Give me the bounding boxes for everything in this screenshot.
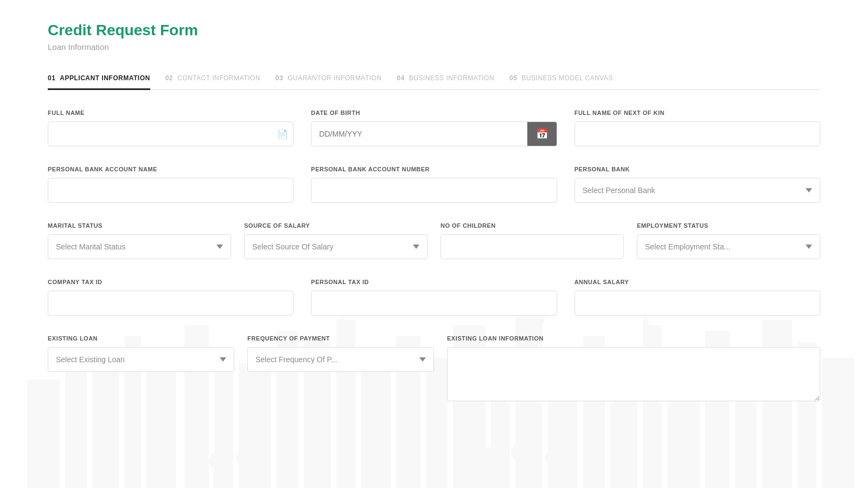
source-of-salary-group: SOURCE OF SALARY Select Source Of Salary…	[244, 222, 427, 259]
no-of-children-group: NO OF CHILDREN	[441, 222, 624, 259]
tab-applicant-information[interactable]: 01 APPLICANT INFORMATION	[48, 67, 165, 89]
marital-status-group: MARITAL STATUS Select Marital Status Sin…	[48, 222, 231, 259]
date-of-birth-group: DATE OF BIRTH 📅	[311, 110, 557, 146]
svg-point-39	[545, 450, 561, 466]
no-of-children-input[interactable]	[441, 234, 624, 259]
frequency-of-payment-select-wrapper: Select Frequency Of P... Monthly Weekly …	[247, 347, 434, 372]
no-of-children-label: NO OF CHILDREN	[441, 222, 624, 229]
marital-status-label: MARITAL STATUS	[48, 222, 231, 229]
frequency-of-payment-label: FREQUENCY OF PAYMENT	[247, 335, 434, 342]
tab-contact-information[interactable]: 02 CONTACT INFORMATION	[165, 67, 276, 89]
existing-loan-group: EXISTING LOAN Select Existing Loan Yes N…	[48, 335, 234, 401]
full-name-input[interactable]	[48, 121, 293, 146]
employment-status-select[interactable]: Select Employment Sta... Employed Self-E…	[637, 234, 820, 259]
bank-account-name-label: PERSONAL BANK ACCOUNT NAME	[48, 166, 293, 172]
svg-rect-36	[484, 464, 492, 488]
existing-loan-label: EXISTING LOAN	[48, 335, 234, 342]
applicant-form: FULL NAME 📄 DATE OF BIRTH 📅 FULL NAME OF…	[48, 110, 820, 401]
bank-account-number-input[interactable]	[311, 178, 557, 203]
source-of-salary-select[interactable]: Select Source Of Salary Employment Busin…	[244, 234, 427, 259]
company-tax-id-input[interactable]	[48, 291, 293, 316]
svg-rect-40	[550, 466, 557, 488]
bank-account-number-label: PERSONAL BANK ACCOUNT NUMBER	[311, 166, 557, 172]
existing-loan-select-wrapper: Select Existing Loan Yes No	[48, 347, 234, 372]
marital-status-select-wrapper: Select Marital Status Single Married Div…	[48, 234, 231, 259]
annual-salary-input[interactable]	[575, 291, 820, 316]
svg-point-33	[236, 450, 252, 466]
next-of-kin-label: FULL NAME OF NEXT OF KIN	[575, 110, 820, 116]
tab-business-information[interactable]: 04 BUSINESS INFORMATION	[397, 67, 509, 89]
full-name-input-wrapper: 📄	[48, 121, 293, 146]
calendar-button[interactable]: 📅	[527, 122, 557, 146]
personal-bank-label: PERSONAL BANK	[575, 166, 820, 172]
existing-loan-info-textarea[interactable]	[447, 347, 820, 401]
personal-bank-select[interactable]: Select Personal Bank Access Bank GTBank …	[575, 178, 820, 203]
svg-point-31	[209, 453, 225, 469]
full-name-label: FULL NAME	[48, 110, 293, 116]
personal-bank-select-wrapper: Select Personal Bank Access Bank GTBank …	[575, 178, 820, 203]
personal-bank-group: PERSONAL BANK Select Personal Bank Acces…	[575, 166, 820, 203]
svg-rect-32	[213, 469, 221, 488]
annual-salary-group: ANNUAL SALARY	[575, 279, 820, 316]
bank-account-name-input[interactable]	[48, 178, 293, 203]
next-of-kin-group: FULL NAME OF NEXT OF KIN	[575, 110, 820, 146]
id-card-icon: 📄	[277, 129, 288, 139]
existing-loan-select[interactable]: Select Existing Loan Yes No	[48, 347, 234, 372]
source-of-salary-label: SOURCE OF SALARY	[244, 222, 427, 229]
next-of-kin-input[interactable]	[575, 121, 820, 146]
frequency-of-payment-group: FREQUENCY OF PAYMENT Select Frequency Of…	[247, 335, 434, 401]
employment-status-select-wrapper: Select Employment Sta... Employed Self-E…	[637, 234, 820, 259]
tab-business-model-canvas[interactable]: 05 BUSINESS MODEL CANVAS	[509, 67, 628, 89]
annual-salary-label: ANNUAL SALARY	[575, 279, 820, 285]
svg-rect-34	[240, 466, 248, 488]
existing-loan-info-label: EXISTING LOAN INFORMATION	[447, 335, 820, 342]
date-of-birth-input[interactable]	[311, 122, 527, 146]
svg-point-35	[480, 447, 496, 464]
svg-rect-38	[516, 463, 526, 488]
bank-account-name-group: PERSONAL BANK ACCOUNT NAME	[48, 166, 293, 203]
source-of-salary-select-wrapper: Select Source Of Salary Employment Busin…	[244, 234, 427, 259]
marital-status-select[interactable]: Select Marital Status Single Married Div…	[48, 234, 231, 259]
page-subtitle: Loan Information	[48, 42, 820, 52]
bank-account-number-group: PERSONAL BANK ACCOUNT NUMBER	[311, 166, 557, 203]
page-title: Credit Request Form	[48, 22, 820, 39]
personal-tax-id-label: PERSONAL TAX ID	[311, 279, 557, 285]
date-of-birth-label: DATE OF BIRTH	[311, 110, 557, 116]
date-input-wrapper: 📅	[311, 121, 557, 146]
tab-navigation: 01 APPLICANT INFORMATION 02 CONTACT INFO…	[48, 67, 820, 90]
svg-point-37	[511, 443, 531, 463]
company-tax-id-group: COMPANY TAX ID	[48, 279, 293, 316]
employment-status-label: EMPLOYMENT STATUS	[637, 222, 820, 229]
frequency-of-payment-select[interactable]: Select Frequency Of P... Monthly Weekly …	[247, 347, 434, 372]
tab-guarantor-information[interactable]: 03 GUARANTOR INFORMATION	[276, 67, 397, 89]
existing-loan-info-group: EXISTING LOAN INFORMATION	[447, 335, 820, 401]
employment-status-group: EMPLOYMENT STATUS Select Employment Sta.…	[637, 222, 820, 259]
personal-tax-id-input[interactable]	[311, 291, 557, 316]
full-name-group: FULL NAME 📄	[48, 110, 293, 146]
personal-tax-id-group: PERSONAL TAX ID	[311, 279, 557, 316]
company-tax-id-label: COMPANY TAX ID	[48, 279, 293, 285]
